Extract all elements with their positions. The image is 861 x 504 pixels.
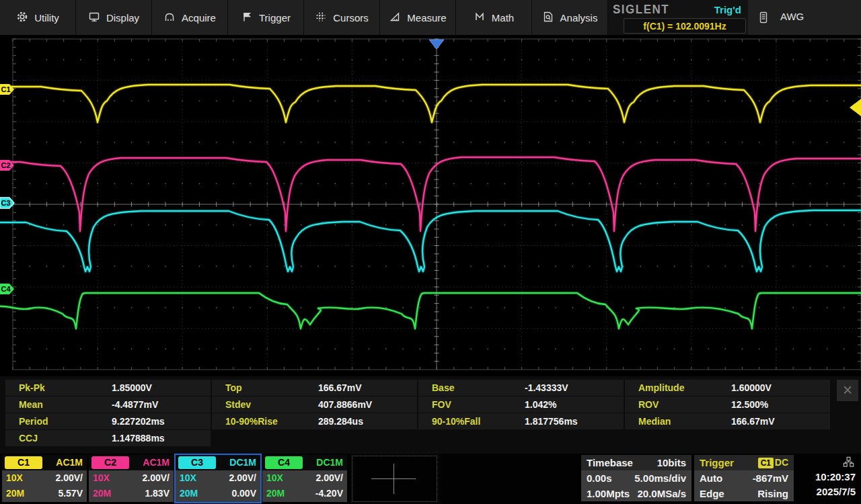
timebase-box[interactable]: Timebase 10bits 0.00s 5.00ms/div 1.00Mpt… (581, 455, 691, 501)
menu-item-label: Utility (34, 12, 59, 24)
channel-title-row: C1AC1M (2, 455, 87, 470)
measure-cell-period[interactable]: Period9.227202ms (5, 413, 211, 429)
measure-label: Median (638, 416, 671, 427)
channel-coupling: AC1M (56, 457, 83, 468)
channel-title-row: C3DC1M (176, 455, 260, 470)
trigger-box[interactable]: Trigger C1 DC Auto -867mV Edge Rising (694, 455, 794, 501)
measure-cell-rov[interactable]: ROV12.500% (625, 396, 830, 413)
channel-data: 10X2.00V/20M1.83V (89, 470, 174, 502)
menu-item-measure[interactable]: Measure (380, 0, 456, 35)
svg-text:C2: C2 (1, 161, 11, 169)
waveform-display[interactable]: C1C2C3C4 (0, 35, 861, 376)
trigger-mode: Auto (700, 472, 722, 484)
trigger-coupling: DC (775, 457, 788, 468)
channel-title-row: C4DC1M (262, 455, 347, 470)
menu-item-label: Cursors (333, 12, 369, 24)
trigger-slope: Rising (757, 488, 788, 499)
channel-badge: C1 (5, 456, 42, 469)
trigger-status-badge: Trig'd (714, 4, 741, 15)
trigger-level: -867mV (753, 472, 788, 484)
measurement-rows: Pk-Pk1.85000VTop166.67mVBase-1.43333VAmp… (0, 380, 861, 446)
awg-label: AWG (780, 11, 804, 22)
awg-button[interactable]: AWG (748, 0, 861, 35)
measure-cell-amplitude[interactable]: Amplitude1.60000V (625, 380, 830, 396)
channel-box-c1[interactable]: C1AC1M10X2.00V/20M5.57V (2, 455, 87, 502)
channel-box-c4[interactable]: C4DC1M10X2.00V/20M-4.20V (262, 455, 347, 502)
measure-label: Pk-Pk (19, 382, 45, 393)
measure-value: 407.8866mV (318, 399, 372, 410)
measurement-row: Pk-Pk1.85000VTop166.67mVBase-1.43333VAmp… (5, 380, 861, 396)
trigger-type: Edge (700, 488, 724, 499)
measure-cell-ccj[interactable]: CCJ1.147888ms (5, 430, 211, 446)
clock-time: 10:20:37 (815, 471, 856, 482)
measure-value: 166.67mV (318, 382, 362, 393)
measure-value: 1.817756ms (525, 416, 578, 427)
channel-bandwidth: 20M (93, 488, 111, 499)
display-icon (88, 11, 100, 25)
frequency-counter: f(C1) = 102.0091Hz (624, 18, 746, 34)
channel-coupling: AC1M (143, 457, 170, 468)
measure-label: Base (432, 382, 454, 393)
channel-attenuation: 10X (6, 472, 23, 483)
menu-item-label: Trigger (259, 12, 291, 24)
channel-bandwidth: 20M (180, 488, 198, 499)
measure-cell-median[interactable]: Median166.67mV (625, 413, 830, 429)
timebase-points: 1.00Mpts (587, 488, 630, 499)
channel-box-c3[interactable]: C3DC1M10X2.00V/20M0.00V (176, 455, 260, 502)
measure-cell-stdev[interactable]: Stdev407.8866mV (212, 396, 417, 413)
math-icon (474, 11, 486, 25)
awg-device-icon (757, 11, 770, 26)
clock-date: 2025/7/5 (817, 486, 856, 497)
menu-item-math[interactable]: Math (456, 0, 532, 35)
channel-bandwidth: 20M (266, 488, 285, 499)
measure-value: -4.4877mV (112, 399, 158, 410)
measure-cell-mean[interactable]: Mean-4.4877mV (5, 396, 211, 413)
cursors-icon (315, 11, 327, 25)
channel-scale: 2.00V/ (316, 472, 343, 483)
measure-value: 1.042% (525, 399, 556, 410)
measure-value: 1.147888ms (112, 433, 165, 444)
measure-label: ROV (638, 399, 659, 410)
menu-item-label: Measure (407, 12, 446, 24)
measurement-row: Period9.227202ms10-90%Rise289.284us90-10… (5, 413, 861, 429)
timebase-bits: 10bits (657, 457, 686, 468)
svg-text:C4: C4 (1, 285, 11, 293)
channel-badge: C2 (91, 456, 129, 469)
add-channel-box[interactable] (352, 456, 437, 502)
menu-item-acquire[interactable]: Acquire (152, 0, 228, 35)
close-measurements-button[interactable]: × (837, 380, 858, 401)
measurement-panel: Pk-Pk1.85000VTop166.67mVBase-1.43333VAmp… (0, 376, 861, 454)
channel-data: 10X2.00V/20M-4.20V (262, 470, 347, 502)
menu-item-analysis[interactable]: Analysis (532, 0, 608, 35)
measure-cell-10-90-rise[interactable]: 10-90%Rise289.284us (212, 413, 417, 429)
measure-cell-fov[interactable]: FOV1.042% (418, 396, 624, 413)
measurement-row: Mean-4.4877mVStdev407.8866mVFOV1.042%ROV… (5, 396, 861, 413)
menu-item-label: Math (492, 12, 514, 24)
measure-cell-top[interactable]: Top166.67mV (212, 380, 417, 396)
menu-item-label: Acquire (182, 12, 216, 24)
measure-value: 166.67mV (731, 416, 775, 427)
measure-label: Mean (19, 399, 43, 410)
network-icon[interactable] (843, 456, 854, 470)
measure-label: Amplitude (638, 382, 684, 393)
trigger-source-badge: C1 (758, 458, 774, 468)
channel-scale: 2.00V/ (143, 472, 170, 483)
menu-item-utility[interactable]: Utility (0, 0, 76, 35)
menu-item-trigger[interactable]: Trigger (228, 0, 304, 35)
measure-cell-pk-pk[interactable]: Pk-Pk1.85000V (5, 380, 211, 396)
siglent-logo: SIGLENT (613, 3, 669, 17)
acquire-icon (163, 11, 176, 25)
channel-box-c2[interactable]: C2AC1M10X2.00V/20M1.83V (89, 455, 174, 502)
channel-offset: 1.83V (145, 488, 170, 499)
bottom-status-bar: C1AC1M10X2.00V/20M5.57VC2AC1M10X2.00V/20… (0, 454, 861, 504)
measure-cell-90-10-fall[interactable]: 90-10%Fall1.817756ms (418, 413, 624, 429)
measure-label: Stdev (225, 399, 251, 410)
menu-item-display[interactable]: Display (76, 0, 152, 35)
channel-attenuation: 10X (93, 472, 110, 483)
measure-label: CCJ (19, 433, 38, 444)
channel-offset: 0.00V (231, 488, 256, 499)
channel-badge: C4 (265, 456, 303, 469)
measure-cell-base[interactable]: Base-1.43333V (418, 380, 624, 396)
menu-item-cursors[interactable]: Cursors (304, 0, 380, 35)
measure-value: -1.43333V (525, 382, 568, 393)
